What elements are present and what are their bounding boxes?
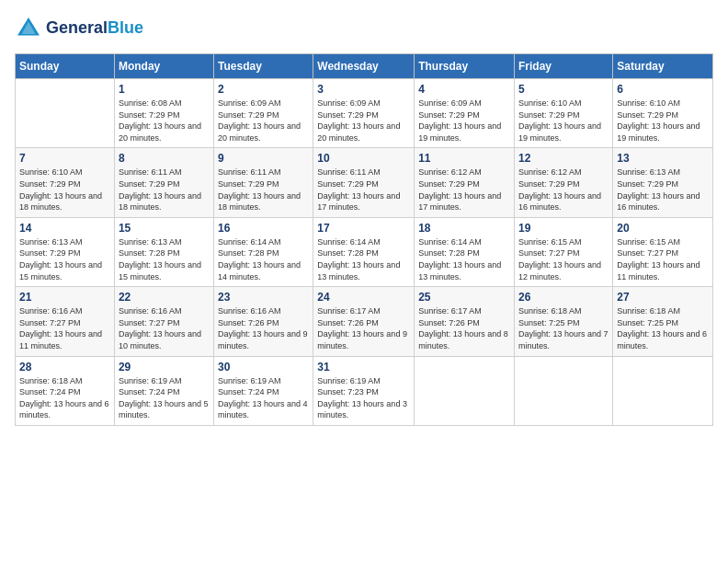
day-info: Sunrise: 6:16 AMSunset: 7:27 PMDaylight:… (119, 305, 210, 351)
calendar-cell: 16Sunrise: 6:14 AMSunset: 7:28 PMDayligh… (214, 217, 313, 286)
calendar-cell: 31Sunrise: 6:19 AMSunset: 7:23 PMDayligh… (313, 356, 415, 425)
calendar-cell: 1Sunrise: 6:08 AMSunset: 7:29 PMDaylight… (114, 79, 213, 148)
day-number: 3 (317, 83, 410, 96)
day-info: Sunrise: 6:19 AMSunset: 7:24 PMDaylight:… (218, 375, 309, 421)
day-header-sunday: Sunday (16, 54, 115, 79)
calendar-cell: 22Sunrise: 6:16 AMSunset: 7:27 PMDayligh… (114, 287, 213, 356)
day-number: 2 (218, 83, 309, 96)
calendar-week-4: 28Sunrise: 6:18 AMSunset: 7:24 PMDayligh… (16, 356, 713, 425)
calendar-cell: 27Sunrise: 6:18 AMSunset: 7:25 PMDayligh… (613, 287, 713, 356)
day-number: 30 (218, 361, 309, 373)
day-info: Sunrise: 6:19 AMSunset: 7:24 PMDaylight:… (119, 375, 210, 421)
day-number: 22 (119, 291, 210, 304)
day-number: 28 (19, 361, 110, 373)
day-info: Sunrise: 6:12 AMSunset: 7:29 PMDaylight:… (418, 167, 510, 213)
day-number: 14 (19, 222, 110, 235)
logo-icon (15, 15, 42, 42)
day-info: Sunrise: 6:08 AMSunset: 7:29 PMDaylight:… (119, 98, 210, 144)
day-info: Sunrise: 6:18 AMSunset: 7:24 PMDaylight:… (19, 375, 110, 421)
day-number: 8 (119, 152, 210, 165)
calendar-cell: 9Sunrise: 6:11 AMSunset: 7:29 PMDaylight… (214, 148, 313, 217)
calendar-cell: 20Sunrise: 6:15 AMSunset: 7:27 PMDayligh… (613, 217, 713, 286)
calendar-cell (613, 356, 713, 425)
day-info: Sunrise: 6:17 AMSunset: 7:26 PMDaylight:… (317, 305, 410, 351)
calendar-cell: 7Sunrise: 6:10 AMSunset: 7:29 PMDaylight… (16, 148, 115, 217)
calendar-cell (16, 79, 115, 148)
day-number: 11 (418, 152, 510, 165)
day-number: 15 (119, 222, 210, 235)
calendar-cell: 26Sunrise: 6:18 AMSunset: 7:25 PMDayligh… (515, 287, 613, 356)
day-info: Sunrise: 6:16 AMSunset: 7:26 PMDaylight:… (218, 305, 309, 351)
calendar-cell: 18Sunrise: 6:14 AMSunset: 7:28 PMDayligh… (415, 217, 515, 286)
day-info: Sunrise: 6:11 AMSunset: 7:29 PMDaylight:… (317, 167, 410, 213)
day-number: 17 (317, 222, 410, 235)
calendar-cell: 17Sunrise: 6:14 AMSunset: 7:28 PMDayligh… (313, 217, 415, 286)
calendar-cell: 5Sunrise: 6:10 AMSunset: 7:29 PMDaylight… (515, 79, 613, 148)
calendar-cell: 4Sunrise: 6:09 AMSunset: 7:29 PMDaylight… (415, 79, 515, 148)
day-number: 18 (418, 222, 510, 235)
day-info: Sunrise: 6:09 AMSunset: 7:29 PMDaylight:… (317, 98, 410, 144)
calendar-cell: 24Sunrise: 6:17 AMSunset: 7:26 PMDayligh… (313, 287, 415, 356)
day-info: Sunrise: 6:14 AMSunset: 7:28 PMDaylight:… (418, 236, 510, 282)
day-number: 16 (218, 222, 309, 235)
day-number: 25 (418, 291, 510, 304)
page-header: GeneralBlue (15, 15, 713, 42)
day-number: 21 (19, 291, 110, 304)
day-info: Sunrise: 6:15 AMSunset: 7:27 PMDaylight:… (617, 236, 709, 282)
calendar-cell: 11Sunrise: 6:12 AMSunset: 7:29 PMDayligh… (415, 148, 515, 217)
day-info: Sunrise: 6:16 AMSunset: 7:27 PMDaylight:… (19, 305, 110, 351)
calendar-cell: 6Sunrise: 6:10 AMSunset: 7:29 PMDaylight… (613, 79, 713, 148)
day-header-thursday: Thursday (415, 54, 515, 79)
day-info: Sunrise: 6:09 AMSunset: 7:29 PMDaylight:… (418, 98, 510, 144)
day-info: Sunrise: 6:13 AMSunset: 7:29 PMDaylight:… (19, 236, 110, 282)
day-number: 27 (617, 291, 709, 304)
day-info: Sunrise: 6:17 AMSunset: 7:26 PMDaylight:… (418, 305, 510, 351)
day-info: Sunrise: 6:18 AMSunset: 7:25 PMDaylight:… (518, 305, 609, 351)
calendar-cell: 25Sunrise: 6:17 AMSunset: 7:26 PMDayligh… (415, 287, 515, 356)
logo: GeneralBlue (15, 15, 143, 42)
day-number: 24 (317, 291, 410, 304)
day-info: Sunrise: 6:13 AMSunset: 7:29 PMDaylight:… (617, 167, 709, 213)
day-number: 12 (518, 152, 609, 165)
calendar-cell: 13Sunrise: 6:13 AMSunset: 7:29 PMDayligh… (613, 148, 713, 217)
day-info: Sunrise: 6:10 AMSunset: 7:29 PMDaylight:… (19, 167, 110, 213)
day-info: Sunrise: 6:09 AMSunset: 7:29 PMDaylight:… (218, 98, 309, 144)
logo-text: GeneralBlue (46, 19, 143, 38)
day-info: Sunrise: 6:14 AMSunset: 7:28 PMDaylight:… (317, 236, 410, 282)
calendar-cell (515, 356, 613, 425)
day-info: Sunrise: 6:15 AMSunset: 7:27 PMDaylight:… (518, 236, 609, 282)
calendar-cell: 30Sunrise: 6:19 AMSunset: 7:24 PMDayligh… (214, 356, 313, 425)
day-number: 10 (317, 152, 410, 165)
calendar-cell: 19Sunrise: 6:15 AMSunset: 7:27 PMDayligh… (515, 217, 613, 286)
calendar-table: SundayMondayTuesdayWednesdayThursdayFrid… (15, 53, 713, 426)
day-number: 20 (617, 222, 709, 235)
calendar-cell: 23Sunrise: 6:16 AMSunset: 7:26 PMDayligh… (214, 287, 313, 356)
day-number: 26 (518, 291, 609, 304)
day-number: 9 (218, 152, 309, 165)
calendar-cell: 8Sunrise: 6:11 AMSunset: 7:29 PMDaylight… (114, 148, 213, 217)
day-number: 1 (119, 83, 210, 96)
calendar-cell (415, 356, 515, 425)
calendar-cell: 14Sunrise: 6:13 AMSunset: 7:29 PMDayligh… (16, 217, 115, 286)
day-number: 5 (518, 83, 609, 96)
day-header-tuesday: Tuesday (214, 54, 313, 79)
calendar-week-3: 21Sunrise: 6:16 AMSunset: 7:27 PMDayligh… (16, 287, 713, 356)
calendar-cell: 15Sunrise: 6:13 AMSunset: 7:28 PMDayligh… (114, 217, 213, 286)
calendar-week-1: 7Sunrise: 6:10 AMSunset: 7:29 PMDaylight… (16, 148, 713, 217)
day-number: 6 (617, 83, 709, 96)
day-header-saturday: Saturday (613, 54, 713, 79)
day-number: 4 (418, 83, 510, 96)
day-number: 13 (617, 152, 709, 165)
day-info: Sunrise: 6:13 AMSunset: 7:28 PMDaylight:… (119, 236, 210, 282)
day-info: Sunrise: 6:18 AMSunset: 7:25 PMDaylight:… (617, 305, 709, 351)
calendar-week-2: 14Sunrise: 6:13 AMSunset: 7:29 PMDayligh… (16, 217, 713, 286)
calendar-week-0: 1Sunrise: 6:08 AMSunset: 7:29 PMDaylight… (16, 79, 713, 148)
day-info: Sunrise: 6:10 AMSunset: 7:29 PMDaylight:… (518, 98, 609, 144)
day-number: 29 (119, 361, 210, 373)
day-number: 7 (19, 152, 110, 165)
day-number: 19 (518, 222, 609, 235)
days-header-row: SundayMondayTuesdayWednesdayThursdayFrid… (16, 54, 713, 79)
calendar-cell: 10Sunrise: 6:11 AMSunset: 7:29 PMDayligh… (313, 148, 415, 217)
calendar-cell: 29Sunrise: 6:19 AMSunset: 7:24 PMDayligh… (114, 356, 213, 425)
calendar-cell: 21Sunrise: 6:16 AMSunset: 7:27 PMDayligh… (16, 287, 115, 356)
